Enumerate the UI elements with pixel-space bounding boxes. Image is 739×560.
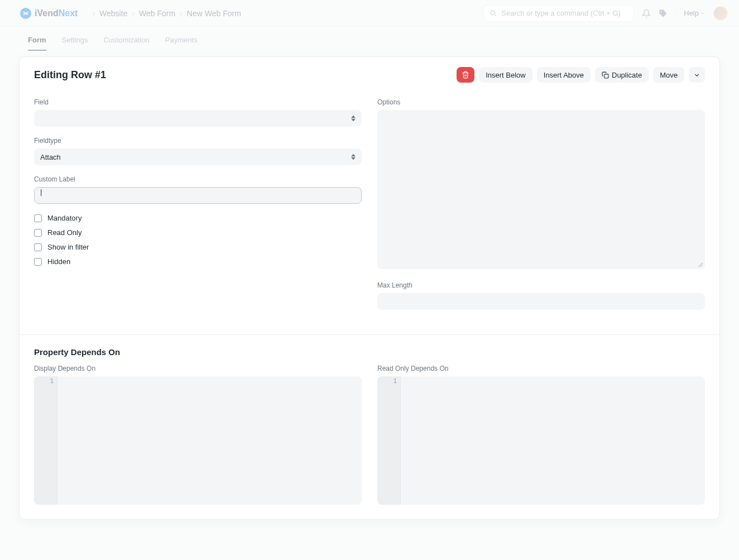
tab-settings[interactable]: Settings <box>62 36 88 51</box>
divider <box>675 8 676 18</box>
chevron-down-icon <box>700 11 706 16</box>
checkbox-icon <box>34 258 42 266</box>
checkbox-icon <box>34 229 42 237</box>
duplicate-button[interactable]: Duplicate <box>595 67 649 83</box>
move-button[interactable]: Move <box>653 67 684 83</box>
checkbox-icon <box>34 214 42 222</box>
duplicate-icon <box>602 71 609 79</box>
display-depends-editor[interactable]: 1 <box>34 376 362 505</box>
code-gutter: 1 <box>377 376 401 505</box>
options-textarea[interactable] <box>377 110 705 269</box>
brand-part2: Next <box>59 8 78 18</box>
code-area[interactable] <box>57 376 362 505</box>
breadcrumb-website[interactable]: Website <box>99 9 127 18</box>
navbar: iVendNext › Website › Web Form › New Web… <box>0 0 739 27</box>
text-cursor: | <box>40 188 42 196</box>
left-column: Field Fieldtype Attach <box>34 98 362 320</box>
code-area[interactable] <box>401 376 705 505</box>
field-label: Field <box>34 98 362 106</box>
tab-form[interactable]: Form <box>28 36 46 51</box>
delete-button[interactable] <box>457 67 474 83</box>
head-actions: Insert Below Insert Above Duplicate Move <box>457 67 705 83</box>
code-gutter: 1 <box>34 376 57 505</box>
card-head: Editing Row #1 Insert Below Insert Above… <box>20 57 719 88</box>
chevron-down-icon <box>693 71 700 79</box>
editor-title: Editing Row #1 <box>34 69 106 81</box>
logo[interactable]: iVendNext <box>20 8 78 19</box>
breadcrumb-webform[interactable]: Web Form <box>139 9 175 18</box>
hidden-label: Hidden <box>47 257 70 266</box>
checkbox-icon <box>34 243 42 251</box>
select-caret-icon <box>351 154 356 160</box>
breadcrumb: › Website › Web Form › New Web Form <box>88 9 241 18</box>
svg-point-0 <box>491 11 495 15</box>
breadcrumb-sep: › <box>92 9 95 18</box>
right-column: Options Max Length <box>377 98 705 320</box>
select-caret-icon <box>351 116 356 122</box>
tab-customization[interactable]: Customization <box>103 36 149 51</box>
svg-rect-3 <box>604 74 608 78</box>
custom-label-label: Custom Label <box>34 175 362 183</box>
breadcrumb-sep: › <box>180 9 183 18</box>
fieldtype-value: Attach <box>40 153 61 161</box>
nav-right: Search or type a command (Ctrl + G) Help <box>483 5 728 22</box>
editor-card: Editing Row #1 Insert Below Insert Above… <box>19 56 720 520</box>
mandatory-checkbox[interactable]: Mandatory <box>34 214 362 222</box>
readonly-depends-editor[interactable]: 1 <box>377 376 705 505</box>
readonly-checkbox[interactable]: Read Only <box>34 228 362 237</box>
tab-payments[interactable]: Payments <box>165 36 198 51</box>
brand-part1: iVend <box>35 8 59 18</box>
field-select[interactable] <box>34 110 362 127</box>
fieldtype-select[interactable]: Attach <box>34 149 362 165</box>
showfilter-label: Show in filter <box>47 243 89 251</box>
svg-line-1 <box>495 15 496 16</box>
logo-icon <box>20 8 31 19</box>
search-input[interactable]: Search or type a command (Ctrl + G) <box>483 5 634 22</box>
depends-section-title: Property Depends On <box>34 347 705 357</box>
tag-icon[interactable] <box>659 9 668 18</box>
svg-point-2 <box>661 11 662 12</box>
more-button[interactable] <box>689 67 705 83</box>
help-dropdown[interactable]: Help <box>684 9 706 17</box>
search-icon <box>490 9 497 17</box>
display-depends-label: Display Depends On <box>34 365 362 372</box>
duplicate-label: Duplicate <box>612 71 642 79</box>
fieldtype-label: Fieldtype <box>34 137 362 145</box>
bell-icon[interactable] <box>642 9 651 18</box>
insert-below-button[interactable]: Insert Below <box>479 67 532 83</box>
maxlength-label: Max Length <box>377 281 705 289</box>
help-label: Help <box>684 9 699 17</box>
maxlength-input[interactable] <box>377 293 705 310</box>
readonly-label: Read Only <box>47 228 81 237</box>
tabs: Form Settings Customization Payments <box>19 27 720 51</box>
trash-icon <box>462 71 469 79</box>
insert-above-button[interactable]: Insert Above <box>537 67 591 83</box>
avatar[interactable] <box>713 6 728 21</box>
custom-label-input[interactable]: | <box>34 187 362 204</box>
mandatory-label: Mandatory <box>47 214 81 222</box>
card-body: Field Fieldtype Attach <box>20 88 719 519</box>
readonly-depends-label: Read Only Depends On <box>377 365 705 372</box>
breadcrumb-sep: › <box>132 9 135 18</box>
options-label: Options <box>377 98 705 106</box>
breadcrumb-current: New Web Form <box>187 9 241 18</box>
hidden-checkbox[interactable]: Hidden <box>34 257 362 266</box>
search-placeholder: Search or type a command (Ctrl + G) <box>501 9 621 17</box>
showfilter-checkbox[interactable]: Show in filter <box>34 243 362 251</box>
section-divider <box>20 334 719 335</box>
